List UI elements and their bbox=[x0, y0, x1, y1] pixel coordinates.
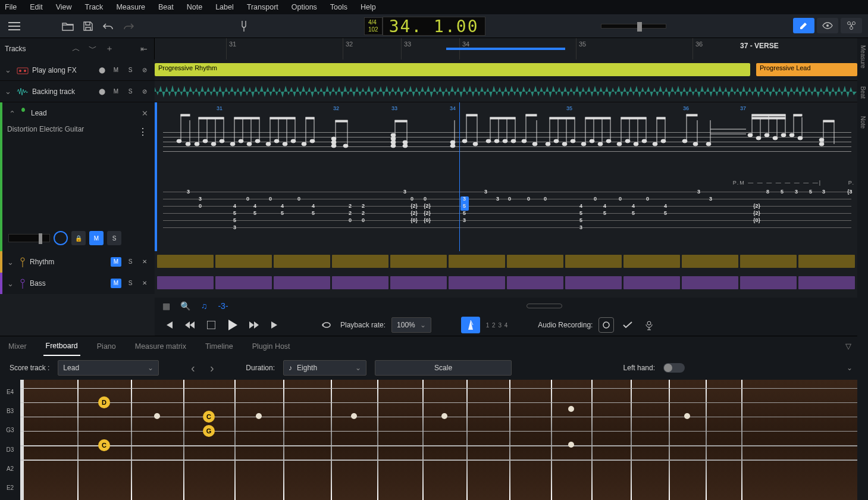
filter-icon[interactable]: ▽ bbox=[845, 342, 851, 351]
collapse-icon[interactable]: ⌄ bbox=[7, 109, 15, 118]
mute-button[interactable]: M bbox=[111, 65, 121, 75]
rewind-start-button[interactable] bbox=[161, 317, 176, 333]
rail-beat[interactable]: Beat bbox=[860, 86, 866, 99]
check-button[interactable] bbox=[620, 317, 635, 333]
scale-select[interactable]: Scale⌄ bbox=[375, 360, 512, 376]
tab-number[interactable]: 2 bbox=[349, 210, 352, 216]
menu-view[interactable]: View bbox=[56, 3, 72, 11]
tab-fretboard[interactable]: Fretboard bbox=[43, 337, 80, 356]
guitar-string[interactable] bbox=[20, 445, 857, 446]
duration-select[interactable]: ♪Eighth⌄ bbox=[283, 360, 366, 376]
forward-button[interactable] bbox=[246, 317, 262, 333]
tab-number[interactable]: 5 bbox=[233, 217, 236, 223]
tab-number[interactable]: 0 bbox=[646, 196, 649, 202]
forward-end-button[interactable] bbox=[268, 317, 283, 333]
tab-number[interactable]: 4 bbox=[632, 203, 635, 209]
metronome-button[interactable] bbox=[461, 317, 480, 333]
track-name[interactable]: Backing track bbox=[32, 88, 93, 96]
tab-number[interactable]: 3 bbox=[463, 217, 466, 223]
score-track-select[interactable]: Lead⌄ bbox=[58, 360, 159, 376]
tab-number[interactable]: 0 bbox=[619, 196, 622, 202]
menu-transport[interactable]: Transport bbox=[247, 3, 278, 11]
move-track-down-icon[interactable]: ﹀ bbox=[87, 43, 98, 54]
guitar-string[interactable] bbox=[20, 431, 857, 432]
hamburger-menu-icon[interactable] bbox=[6, 18, 23, 35]
tab-number[interactable]: 5 bbox=[233, 210, 236, 216]
solo-button[interactable]: S bbox=[125, 87, 136, 96]
tab-number[interactable]: 3 bbox=[709, 196, 712, 202]
grid-icon[interactable]: ▦ bbox=[161, 301, 171, 311]
solo-button[interactable]: S bbox=[125, 65, 136, 75]
tab-number[interactable]: 4 bbox=[579, 203, 582, 209]
collapse-icon[interactable]: ⌄ bbox=[7, 258, 15, 267]
undo-icon[interactable] bbox=[100, 18, 117, 35]
fretboard-note[interactable]: D bbox=[98, 396, 110, 408]
instrument-name[interactable]: Distortion Electric Guitar bbox=[7, 125, 150, 133]
rewind-button[interactable] bbox=[182, 317, 198, 333]
playback-rate-select[interactable]: 100%⌄ bbox=[391, 317, 431, 333]
track-name[interactable]: Rhythm bbox=[30, 258, 107, 266]
mic-settings-button[interactable] bbox=[641, 317, 657, 333]
tab-number[interactable]: 5 bbox=[312, 210, 315, 216]
loop-button[interactable] bbox=[319, 317, 334, 333]
tab-number[interactable]: 0 bbox=[424, 196, 427, 202]
record-arm-button[interactable]: ⬤ bbox=[96, 87, 107, 96]
tab-timeline[interactable]: Timeline bbox=[203, 338, 236, 355]
tab-number[interactable]: 4 bbox=[281, 203, 284, 209]
tab-number[interactable]: 3 bbox=[496, 196, 499, 202]
tab-number[interactable]: {2} bbox=[411, 203, 418, 209]
tab-number[interactable]: 4 bbox=[233, 203, 236, 209]
hide-button[interactable]: ⊘ bbox=[139, 65, 150, 75]
hide-button[interactable]: ⊘ bbox=[139, 87, 150, 96]
tab-number[interactable]: {0} bbox=[424, 217, 431, 223]
clip-progressive-lead[interactable]: Progressive Lead bbox=[756, 63, 857, 76]
prev-note-icon[interactable]: ‹ bbox=[187, 362, 198, 373]
tab-number[interactable]: 5 bbox=[632, 210, 635, 216]
collapse-icon[interactable]: ⌄ bbox=[5, 87, 13, 96]
tab-number[interactable]: 0 bbox=[199, 203, 202, 209]
move-track-up-icon[interactable]: ︿ bbox=[71, 43, 82, 54]
redo-icon[interactable] bbox=[120, 18, 137, 35]
notation-view[interactable]: 31 32 33 34 35 36 37 bbox=[155, 102, 857, 251]
tab-number[interactable]: 4 bbox=[664, 203, 667, 209]
tab-number[interactable]: {2} bbox=[424, 210, 431, 216]
guitar-string[interactable] bbox=[20, 417, 857, 417]
tab-number[interactable]: 5 bbox=[781, 189, 784, 195]
drag-handle[interactable] bbox=[527, 304, 562, 308]
zoom-slider[interactable] bbox=[601, 24, 666, 29]
tab-number[interactable]: 0 bbox=[544, 196, 547, 202]
tab-number[interactable]: 0 bbox=[362, 217, 365, 223]
tab-plugin-host[interactable]: Plugin Host bbox=[250, 338, 293, 355]
tab-number[interactable]: 0 bbox=[527, 196, 530, 202]
tab-measure-matrix[interactable]: Measure matrix bbox=[133, 338, 189, 355]
tab-number[interactable]: {2} bbox=[753, 203, 760, 209]
playhead-region[interactable] bbox=[446, 48, 565, 50]
tab-number[interactable]: 0 bbox=[411, 196, 413, 202]
tab-number[interactable]: 4 bbox=[603, 203, 606, 209]
mute-button[interactable]: M bbox=[111, 87, 121, 96]
tab-number[interactable]: 5 bbox=[463, 210, 466, 216]
tab-number[interactable]: 0 bbox=[594, 196, 597, 202]
fretboard-note[interactable]: C bbox=[98, 439, 110, 451]
collapse-icon[interactable]: ⌄ bbox=[5, 65, 13, 74]
tab-number[interactable]: 5 bbox=[664, 210, 667, 216]
tab-number[interactable]: 5 bbox=[603, 210, 606, 216]
tab-number[interactable]: 2 bbox=[362, 210, 365, 216]
fretboard-note[interactable]: C bbox=[203, 411, 215, 423]
tab-number[interactable]: 0 bbox=[297, 196, 300, 202]
count-in-button[interactable]: 1 2 3 4 bbox=[486, 322, 509, 329]
tab-number[interactable]: 0 bbox=[508, 196, 511, 202]
collapse-icon[interactable]: ⌄ bbox=[7, 279, 15, 288]
tab-number[interactable]: {0} bbox=[411, 217, 418, 223]
tab-number[interactable]: {2} bbox=[753, 210, 760, 216]
mute-button[interactable]: M bbox=[89, 231, 104, 245]
tab-number[interactable]: 4 bbox=[312, 203, 315, 209]
tab-number[interactable]: 4 bbox=[253, 203, 256, 209]
tab-number[interactable]: 5 bbox=[253, 210, 256, 216]
more-options-icon[interactable]: ⋮ bbox=[138, 126, 148, 138]
tab-number[interactable]: 2 bbox=[362, 203, 365, 209]
tab-number[interactable]: 3 bbox=[233, 224, 236, 230]
volume-slider[interactable] bbox=[8, 234, 50, 242]
tab-number[interactable]: 3 bbox=[822, 189, 825, 195]
tab-number[interactable]: 0 bbox=[246, 196, 249, 202]
